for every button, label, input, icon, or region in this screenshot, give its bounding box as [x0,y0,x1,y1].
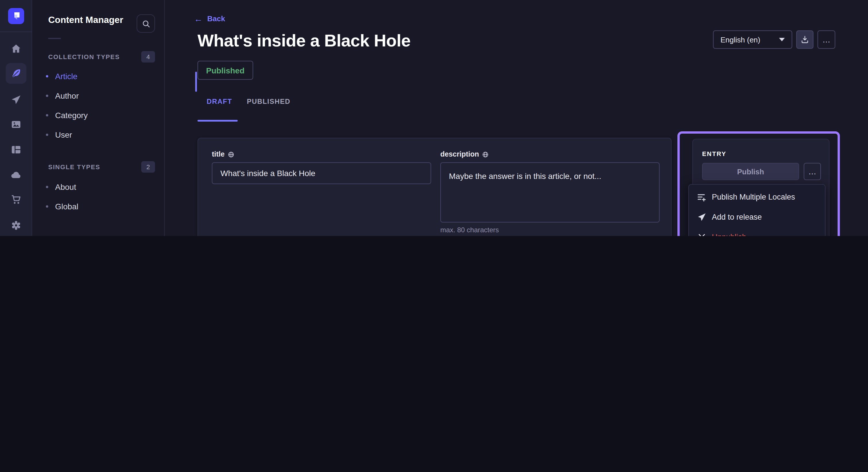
sidebar-item-user[interactable]: User [32,125,164,144]
sidebar-item-label: Author [55,91,79,100]
section-count-badge: 4 [141,51,155,63]
single-types-header: SINGLE TYPES 2 [48,161,155,173]
menu-item-label: Add to release [712,213,762,222]
publish-button[interactable]: Publish [702,163,799,180]
publish-row: Publish … [702,163,821,180]
content-manager-subnav: Content Manager COLLECTION TYPES 4 Artic… [32,0,165,236]
cross-icon [697,233,706,236]
sidebar-item-label: Global [55,202,79,211]
menu-item-add-to-release[interactable]: Add to release [689,207,825,227]
active-item-indicator [195,72,197,92]
main-nav-rail: KD [0,0,32,236]
strapi-logo-icon [10,10,22,22]
description-field-label: description [440,150,489,158]
content-type-builder-icon[interactable] [0,139,32,160]
back-link[interactable]: ← Back [194,14,225,23]
subnav-title: Content Manager [48,15,123,25]
list-plus-icon [697,193,706,202]
entry-heading: ENTRY [702,150,726,157]
title-field-label: title [212,150,234,158]
description-textarea[interactable]: Maybe the answer is in this article, or … [440,162,660,223]
sidebar-item-about[interactable]: About [32,177,164,197]
settings-gear-icon[interactable] [0,215,32,236]
locale-select[interactable]: English (en) [713,30,792,49]
sidebar-item-category[interactable]: Category [32,105,164,125]
app-root: KD Content Manager COLLECTION TYPES 4 Ar… [0,0,868,236]
content-manager-icon[interactable] [6,63,26,84]
subnav-divider [48,38,61,39]
cloud-icon[interactable] [0,165,32,185]
bullet-icon [46,75,48,77]
chevron-down-icon [779,38,785,41]
tab-draft[interactable]: DRAFT [207,98,232,105]
page-title: What's inside a Black Hole [197,31,410,50]
bullet-icon [46,95,48,97]
title-input[interactable] [212,162,431,184]
export-download-button[interactable] [796,30,813,49]
section-label: COLLECTION TYPES [48,53,120,60]
marketplace-cart-icon[interactable] [0,189,32,210]
label-text: title [212,150,224,158]
menu-item-unpublish[interactable]: Unpublish [689,227,825,236]
sidebar-item-label: Category [55,111,88,120]
bullet-icon [46,134,48,136]
releases-icon[interactable] [0,90,32,110]
home-icon[interactable] [0,38,32,59]
status-badge: Published [197,61,253,80]
sidebar-item-author[interactable]: Author [32,86,164,105]
sidebar-item-article[interactable]: Article [32,67,164,86]
search-icon [142,19,150,28]
active-tab-underline [197,120,238,122]
back-arrow-icon: ← [194,14,203,23]
section-count-badge: 2 [141,161,155,173]
bullet-icon [46,114,48,116]
back-label: Back [207,14,225,23]
header-more-button[interactable]: … [817,30,835,49]
paper-plane-icon [697,213,706,222]
sidebar-item-label: About [55,182,76,192]
section-label: SINGLE TYPES [48,164,100,170]
globe-locale-icon [228,151,234,158]
locale-value: English (en) [720,35,761,44]
sidebar-item-global[interactable]: Global [32,197,164,216]
download-icon [800,35,809,44]
bullet-icon [46,205,48,208]
menu-item-publish-multiple-locales[interactable]: Publish Multiple Locales [689,187,825,207]
search-button[interactable] [136,14,155,33]
label-text: description [440,150,479,158]
collection-types-header: COLLECTION TYPES 4 [48,50,155,63]
menu-item-label: Unpublish [712,233,746,236]
tab-published[interactable]: PUBLISHED [247,98,290,105]
bullet-icon [46,186,48,188]
sidebar-item-label: User [55,130,72,139]
globe-locale-icon [483,151,489,158]
description-hint: max. 80 characters [440,226,499,234]
rail-divider [0,32,32,32]
entry-more-button[interactable]: … [804,163,821,180]
menu-item-label: Publish Multiple Locales [712,193,795,201]
entry-actions-menu: Publish Multiple Locales Add to release … [688,184,826,236]
strapi-logo[interactable] [8,8,24,24]
sidebar-item-label: Article [55,72,78,81]
media-library-icon[interactable] [0,114,32,135]
